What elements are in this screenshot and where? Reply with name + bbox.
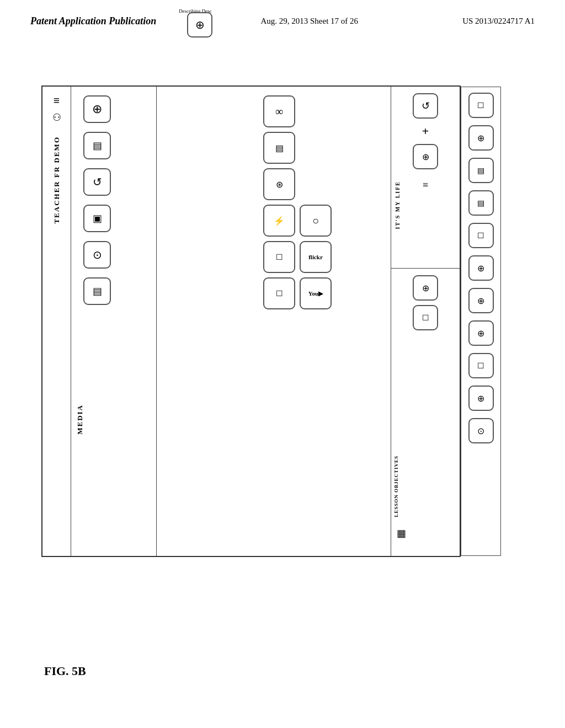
hamburger-icon: ≡ — [54, 94, 60, 107]
rightmost-icon-3[interactable]: ▤ — [468, 158, 494, 183]
tool-icon-share[interactable]: ⚡ — [263, 205, 295, 237]
people-icon: ⚇ — [52, 111, 61, 124]
right-bottom-gear[interactable]: ⊕ — [413, 275, 438, 301]
its-my-life-label: IT'S MY LIFE — [395, 181, 401, 229]
tool-empty-3 — [300, 166, 332, 198]
right-sidebar-bottom: ⊕ ☐ LESSON OBJECTIVES ▦ — [391, 269, 460, 556]
tools-bottom-icon[interactable]: ⊕ — [187, 10, 212, 40]
main-diagram-box: ≡ ⚇ TEACHER FR DEMO MEDIA ⊕ ▤ ↺ ▣ ⊙ ▤ — [41, 85, 461, 557]
rightmost-icon-9[interactable]: ☐ — [468, 353, 494, 378]
media-column: MEDIA ⊕ ▤ ↺ ▣ ⊙ ▤ — [71, 87, 157, 556]
right-top-icon-1[interactable]: ↺ — [413, 93, 438, 119]
page-wrapper: Patent Application Publication Aug. 29, … — [0, 0, 565, 728]
right-bottom-blank[interactable]: ☐ — [413, 305, 438, 330]
media-icon-1[interactable]: ⊕ — [83, 95, 111, 123]
media-icon-4[interactable]: ▣ — [83, 205, 111, 232]
rightmost-icon-1[interactable]: ☐ — [468, 93, 494, 118]
right-top-icon-2[interactable]: ⊕ — [413, 144, 438, 169]
right-hamburger-icon: ≡ — [423, 179, 428, 191]
rightmost-column: ☐ ⊕ ▤ ▤ ☐ ⊕ ⊕ ⊕ ☐ ⊕ ⊙ — [461, 87, 501, 556]
rightmost-icon-7[interactable]: ⊕ — [468, 288, 494, 313]
lesson-objectives-label: LESSON OBJECTIVES — [393, 456, 399, 517]
rightmost-icon-4[interactable]: ▤ — [468, 190, 494, 216]
diagram-inner: MEDIA ⊕ ▤ ↺ ▣ ⊙ ▤ IT' ◇ — [71, 87, 460, 556]
right-sidebar-top: ↺ + ⊕ ≡ IT'S MY LIFE — [391, 87, 460, 269]
tool-icon-circle[interactable]: ○ — [300, 205, 332, 237]
rightmost-icon-8[interactable]: ⊕ — [468, 320, 494, 346]
tool-icon-refresh[interactable]: ⊛ — [263, 168, 295, 200]
header-right: US 2013/0224717 A1 — [462, 17, 535, 26]
tool-icon-cam[interactable]: ☐ — [263, 241, 295, 273]
header-left: Patent Application Publication — [30, 15, 156, 27]
main-tools-area: ∞ ▤ ⊛ ⚡ ○ ☐ flickr ☐ You▶ — [259, 87, 391, 556]
media-icon-2[interactable]: ▤ — [83, 132, 111, 159]
patent-header: Patent Application Publication Aug. 29, … — [0, 15, 565, 27]
teacher-demo-label: TEACHER FR DEMO — [52, 136, 61, 224]
right-sidebar: ↺ + ⊕ ≡ IT'S MY LIFE ⊕ ☐ — [391, 87, 460, 556]
rightmost-icon-6[interactable]: ⊕ — [468, 255, 494, 281]
media-label: MEDIA — [76, 404, 84, 435]
tool-empty-1 — [300, 93, 332, 125]
tool-icon-table[interactable]: ▤ — [263, 132, 295, 164]
tool-icon-blank[interactable]: ☐ — [263, 277, 295, 309]
tool-icon-infinity[interactable]: ∞ — [263, 95, 295, 127]
media-icon-3[interactable]: ↺ — [83, 168, 111, 196]
tool-youtube-label[interactable]: You▶ — [300, 277, 332, 309]
media-icons: ⊕ ▤ ↺ ▣ ⊙ ▤ — [83, 93, 111, 307]
rightmost-icon-11[interactable]: ⊙ — [468, 418, 494, 443]
header-center: Aug. 29, 2013 Sheet 17 of 26 — [260, 17, 358, 26]
rightmost-icon-2[interactable]: ⊕ — [468, 125, 494, 151]
tool-flickr-label[interactable]: flickr — [300, 241, 332, 273]
media-icon-5[interactable]: ⊙ — [83, 241, 111, 269]
tool-empty-2 — [300, 130, 332, 162]
grid-icon-bottom: ▦ — [397, 527, 406, 539]
tools-grid: ∞ ▤ ⊛ ⚡ ○ ☐ flickr ☐ You▶ — [263, 93, 332, 307]
rightmost-icon-10[interactable]: ⊕ — [468, 386, 494, 411]
rightmost-icon-5[interactable]: ☐ — [468, 223, 494, 248]
figure-label: FIG. 5B — [44, 664, 86, 678]
right-plus-icon[interactable]: + — [422, 124, 429, 138]
diagram-left-bar: ≡ ⚇ TEACHER FR DEMO — [42, 87, 71, 556]
media-icon-6[interactable]: ▤ — [83, 277, 111, 305]
